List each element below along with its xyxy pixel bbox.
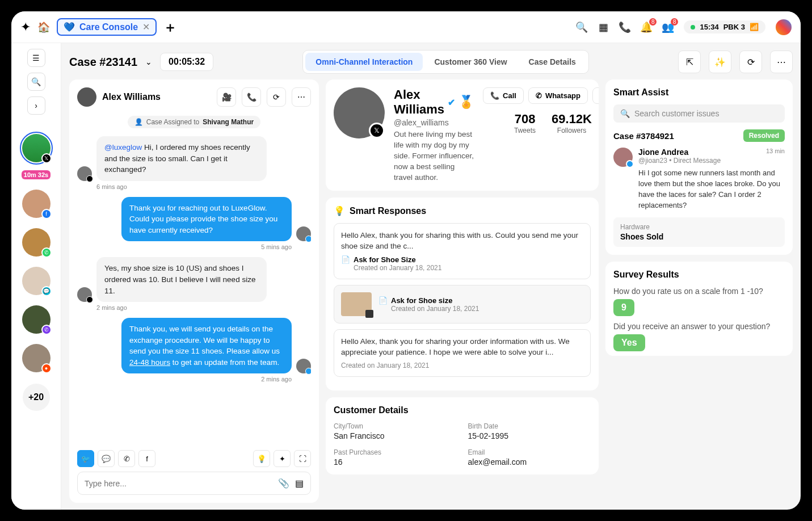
tab-care-console[interactable]: 💙 Care Console ✕ [57,18,157,36]
message-bubble: Thank you for reaching out to LuxeGlow. … [121,197,292,242]
related-case-id[interactable]: Case #3784921 [613,131,674,141]
message-input[interactable] [85,479,272,488]
stat: 69.12KFollowers [552,112,592,135]
survey-panel: Survey Results How do you rate us on a s… [605,262,793,356]
suggestion-icon[interactable]: 💡 [253,450,270,467]
attachment-icon[interactable]: 📎 [278,478,289,489]
message-bubble: Yes, my shoe size is 10 (US) and shoes I… [96,257,267,302]
whatsapp-badge-icon: ✆ [41,247,52,258]
phone-icon[interactable]: 📞 [619,22,630,33]
detail-label: Email [468,448,591,456]
message-avatar [77,287,92,302]
template-icon[interactable]: ▤ [295,478,304,489]
detail-field: Emailalex@email.com [468,448,591,467]
profile-name: Alex Williams [394,87,444,117]
user-avatar[interactable] [776,19,792,35]
sms-channel-icon[interactable]: 💬 [98,450,115,467]
notifications-button[interactable]: 🔔 8 [641,22,652,33]
chevron-down-icon[interactable]: ⌄ [145,57,152,66]
facebook-channel-icon[interactable]: f [138,450,155,467]
twitter-channel-icon[interactable]: 🐦 [77,450,94,467]
message-row: Thank you, we will send you details on t… [77,318,311,373]
chat-more-icon[interactable]: ⋯ [292,87,311,107]
stat-label: Tweets [514,127,536,135]
whatsapp-channel-icon[interactable]: ✆ [118,450,135,467]
close-tab-icon[interactable]: ✕ [142,22,150,32]
case-timer: 00:05:32 [160,53,213,71]
chat-avatar [77,87,96,107]
search-sidebar-icon[interactable]: 🔍 [27,73,45,91]
message-avatar [296,226,311,241]
app-window: ✦ 🏠 💙 Care Console ✕ ＋ 🔍 ▦ 📞 🔔 8 👥 8 15:… [11,11,801,510]
stat-number: 708 [514,112,536,127]
call-icon[interactable]: 📞 [242,87,261,107]
related-handle: @jioan23 • Direct Message [638,157,785,165]
more-icon[interactable]: ⋯ [770,51,793,73]
conversation-item[interactable]: 𝕏 [22,134,51,162]
smart-response-item[interactable]: Hello Alex, thank you for sharing your o… [334,329,591,377]
home-icon[interactable]: 🏠 [37,21,50,33]
response-date: Created on January 18, 2021 [341,362,583,369]
message-row: Yes, my shoe size is 10 (US) and shoes I… [77,257,311,302]
bulb-icon: 💡 [334,205,345,216]
smart-response-item[interactable]: Hello Alex, thank you for sharing this w… [334,223,591,279]
tag-label: Hardware [620,223,778,231]
message-avatar [77,166,92,181]
message-timestamp: 6 mins ago [96,183,311,190]
layout-icon[interactable]: ⇱ [678,51,701,73]
whatsapp-button[interactable]: ✆Whatsapp [528,87,588,104]
search-icon[interactable]: 🔍 [576,22,587,33]
call-button[interactable]: 📞Call [483,87,524,104]
reddit-badge-icon: ● [41,363,52,373]
conversation-item[interactable]: ✆ [22,228,51,257]
message-avatar [296,359,311,373]
video-icon[interactable]: 🎥 [217,87,236,107]
more-conversations[interactable]: +20 [23,384,50,411]
compose-area: 🐦 💬 ✆ f 💡 ✦ ⛶ 📎 ▤ [77,450,311,495]
customer-details-panel: Customer Details City/TownSan FranciscoB… [326,397,599,474]
team-button[interactable]: 👥 8 [662,22,674,33]
expand-compose-icon[interactable]: ⛶ [294,450,311,467]
conversation-item[interactable]: ✆ [22,305,51,334]
menu-icon[interactable]: ☰ [27,49,45,67]
smart-response-item[interactable]: 📄Ask for Shoe sizeCreated on January 18,… [334,285,591,323]
person-icon: 👤 [134,118,143,126]
sprinklr-tool-icon[interactable]: ✦ [274,450,291,467]
twitter-badge-icon [626,160,634,168]
related-message[interactable]: Jione Andrea 13 min @jioan23 • Direct Me… [613,148,785,211]
survey-q1: How do you rate us on a scale from 1 -10… [613,287,785,296]
twitter-badge-icon: 𝕏 [41,153,52,163]
expand-icon[interactable]: › [27,96,45,115]
response-thumbnail [341,292,372,316]
assist-search[interactable]: 🔍 Search customer issues [613,104,785,123]
status-pill[interactable]: 15:34 PBK 3 📶 [684,20,765,33]
stat: 708Tweets [514,112,536,135]
conversation-item[interactable]: f [22,190,51,218]
wand-icon[interactable]: ✨ [709,51,731,73]
smart-responses-panel: 💡Smart Responses Hello Alex, thank you f… [326,198,599,390]
topbar-right: 🔍 ▦ 📞 🔔 8 👥 8 15:34 PBK 3 📶 [576,19,792,35]
refresh-chat-icon[interactable]: ⟳ [267,87,286,107]
message-list: @luxeglow Hi, I ordered my shoes recentl… [77,136,311,450]
conversation-item[interactable]: 💬 [22,267,51,295]
app-logo-icon: ✦ [20,20,31,35]
case-title: Case #23141 [69,56,137,69]
detail-label: Past Purchases [334,448,457,456]
tab-label: Care Console [79,22,138,32]
email-button[interactable]: ✉Email [592,87,599,104]
apps-icon[interactable]: ▦ [598,22,609,33]
message-timestamp: 5 mins ago [77,243,292,250]
status-dot-icon [691,25,695,30]
tab-customer-360[interactable]: Customer 360 View [424,53,517,71]
refresh-icon[interactable]: ⟳ [739,51,762,73]
tab-omni-channel[interactable]: Omni-Channel Interaction [305,53,423,71]
new-tab-button[interactable]: ＋ [163,18,177,36]
conversation-timer: 10m 32s [22,170,51,179]
tab-case-details[interactable]: Case Details [519,53,586,71]
survey-title: Survey Results [613,270,679,280]
viber-badge-icon: ✆ [41,325,52,335]
response-date: Created on January 18, 2021 [391,305,479,313]
response-title: Ask for Shoe size [391,296,452,305]
status-badge: Resolved [743,129,785,142]
conversation-item[interactable]: ● [22,344,51,372]
